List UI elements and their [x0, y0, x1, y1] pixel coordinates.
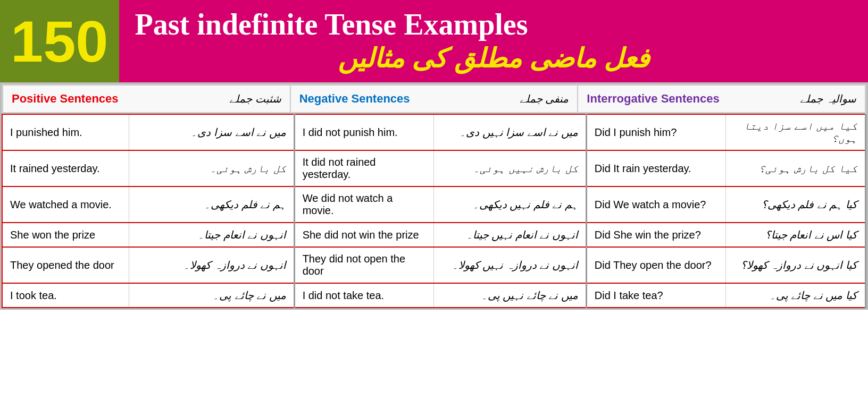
interrogative-urdu-cell: کیا انہوں نے دروازہ کھولا؟: [726, 247, 866, 283]
header-text-block: Past indefinite Tense Examples فعل ماضی …: [119, 0, 868, 82]
interrogative-label-ur: سوالیہ جملے: [800, 92, 856, 105]
positive-urdu-cell: انہوں نے انعام جیتا۔: [129, 223, 294, 247]
negative-english-cell: I did not take tea.: [294, 283, 434, 308]
interrogative-label-en: Interrogative Sentences: [587, 92, 719, 106]
sentences-table: I punished him. میں نے اسے سزا دی۔ I did…: [2, 114, 866, 308]
positive-urdu-cell: ہم نے فلم دیکھی۔: [129, 186, 294, 223]
negative-urdu-cell: انہوں نے دروازہ نہیں کھولا۔: [434, 247, 587, 283]
table-row: I punished him. میں نے اسے سزا دی۔ I did…: [2, 114, 866, 150]
negative-urdu-cell: انہوں نے انعام نہیں جیتا۔: [434, 223, 587, 247]
section-headers-row: Positive Sentences شثبت جملے Negative Se…: [2, 84, 866, 114]
positive-urdu-cell: میں نے اسے سزا دی۔: [129, 114, 294, 150]
table-row: They opened the door انہوں نے دروازہ کھو…: [2, 247, 866, 283]
table-row: It rained yesterday. کل بارش ہوئی۔ It di…: [2, 150, 866, 186]
negative-urdu-cell: میں نے چائے نہیں پی۔: [434, 283, 587, 308]
interrogative-english-cell: Did It rain yesterday.: [586, 150, 726, 186]
positive-english-cell: They opened the door: [2, 247, 129, 283]
positive-urdu-cell: انہوں نے دروازہ کھولا۔: [129, 247, 294, 283]
interrogative-urdu-cell: کیا اس نے انعام جیتا؟: [726, 223, 866, 247]
positive-english-cell: I punished him.: [2, 114, 129, 150]
interrogative-section-header: Interrogative Sentences سوالیہ جملے: [578, 85, 865, 113]
title-english: Past indefinite Tense Examples: [135, 8, 852, 41]
negative-urdu-cell: ہم نے فلم نہیں دیکھی۔: [434, 186, 587, 223]
interrogative-urdu-cell: کیا میں اسے سزا دیتا ہوں؟: [726, 114, 866, 150]
negative-english-cell: We did not watch a movie.: [294, 186, 434, 223]
title-urdu: فعل ماضی مطلق کی مثالیں: [135, 43, 852, 74]
interrogative-english-cell: Did I take tea?: [586, 283, 726, 308]
interrogative-urdu-cell: کیا ہم نے فلم دیکھی؟: [726, 186, 866, 223]
negative-english-cell: I did not punish him.: [294, 114, 434, 150]
negative-english-cell: It did not rained yesterday.: [294, 150, 434, 186]
interrogative-urdu-cell: کیا کل بارش ہوئی؟: [726, 150, 866, 186]
positive-english-cell: It rained yesterday.: [2, 150, 129, 186]
interrogative-english-cell: Did I punish him?: [586, 114, 726, 150]
number-block: 150: [0, 0, 119, 82]
positive-english-cell: We watched a movie.: [2, 186, 129, 223]
positive-label-en: Positive Sentences: [12, 92, 119, 106]
interrogative-english-cell: Did They open the door?: [586, 247, 726, 283]
interrogative-english-cell: Did We watch a movie?: [586, 186, 726, 223]
negative-english-cell: She did not win the prize: [294, 223, 434, 247]
interrogative-english-cell: Did She win the prize?: [586, 223, 726, 247]
negative-english-cell: They did not open the door: [294, 247, 434, 283]
negative-section-header: Negative Sentences منفی جملے: [290, 85, 578, 113]
positive-urdu-cell: میں نے چائے پی۔: [129, 283, 294, 308]
positive-section-header: Positive Sentences شثبت جملے: [3, 85, 290, 113]
negative-urdu-cell: میں نے اسے سزا نہیں دی۔: [434, 114, 587, 150]
positive-urdu-cell: کل بارش ہوئی۔: [129, 150, 294, 186]
positive-label-ur: شثبت جملے: [229, 92, 281, 105]
big-number: 150: [11, 12, 108, 71]
interrogative-urdu-cell: کیا میں نے چائے پی۔: [726, 283, 866, 308]
table-row: She won the prize انہوں نے انعام جیتا۔ S…: [2, 223, 866, 247]
page-header: 150 Past indefinite Tense Examples فعل م…: [0, 0, 868, 82]
negative-label-en: Negative Sentences: [299, 92, 410, 106]
positive-english-cell: She won the prize: [2, 223, 129, 247]
negative-urdu-cell: کل بارش نہیں ہوئی۔: [434, 150, 587, 186]
table-row: We watched a movie. ہم نے فلم دیکھی۔ We …: [2, 186, 866, 223]
negative-label-ur: منفی جملے: [520, 92, 569, 105]
positive-english-cell: I took tea.: [2, 283, 129, 308]
table-row: I took tea. میں نے چائے پی۔ I did not ta…: [2, 283, 866, 308]
